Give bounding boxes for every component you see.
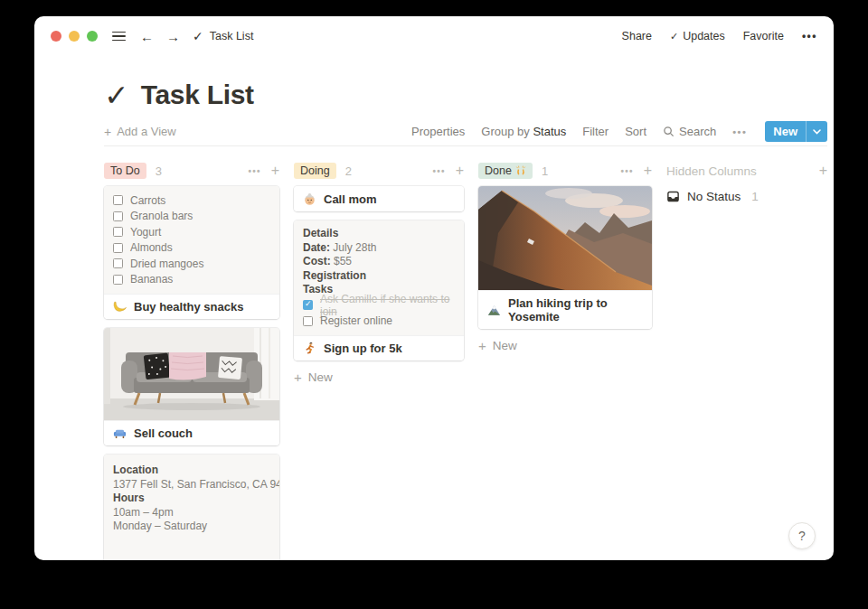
sidebar-menu-icon[interactable] — [112, 32, 126, 42]
column-add-button[interactable]: + — [271, 163, 279, 179]
page-check-icon: ✓ — [104, 78, 129, 113]
status-box-icon — [666, 190, 680, 203]
check-icon: ✓ — [193, 29, 203, 43]
checkbox-unchecked-icon[interactable] — [113, 258, 123, 268]
checkbox-unchecked-icon[interactable] — [113, 275, 123, 285]
close-window-button[interactable] — [51, 31, 61, 42]
view-more-button[interactable]: ••• — [732, 126, 747, 137]
forward-button[interactable]: → — [166, 29, 180, 44]
new-button[interactable]: New — [765, 121, 827, 142]
couch-icon — [113, 426, 127, 440]
card-title[interactable]: Sell couch — [104, 420, 279, 445]
todo-item-done[interactable]: Ask Camille if she wants to join — [303, 297, 455, 314]
breadcrumb[interactable]: ✓ Task List — [193, 29, 253, 43]
status-badge-todo[interactable]: To Do — [104, 163, 146, 179]
share-button[interactable]: Share — [622, 30, 652, 42]
card-preview: Location 1377 Fell St, San Francisco, CA… — [104, 454, 279, 560]
status-badge-doing[interactable]: Doing — [294, 163, 336, 179]
hidden-columns-label: Hidden Columns — [666, 164, 757, 178]
card-title[interactable]: Buy healthy snacks — [104, 294, 279, 319]
zoom-window-button[interactable] — [87, 31, 98, 42]
plus-icon: + — [104, 125, 111, 139]
column-doing: Doing 2 ••• + Call mom — [294, 161, 464, 560]
page-title: ✓ Task List — [104, 76, 827, 114]
column-header-doing: Doing 2 ••• + — [294, 161, 464, 181]
couch-photo — [104, 328, 279, 420]
card-call-mom[interactable]: Call mom — [294, 186, 464, 211]
checkbox-unchecked-icon[interactable] — [113, 227, 123, 237]
more-menu-button[interactable]: ••• — [802, 30, 817, 42]
back-button[interactable]: ← — [140, 29, 154, 44]
banana-icon — [113, 300, 127, 314]
view-controls-bar: + Add a View Properties Group by Status … — [104, 117, 827, 146]
card-renew-license[interactable]: Location 1377 Fell St, San Francisco, CA… — [104, 454, 279, 560]
column-add-button[interactable]: + — [456, 163, 464, 179]
group-by-button[interactable]: Group by Status — [481, 125, 566, 138]
checkbox-unchecked-icon[interactable] — [113, 195, 123, 205]
column-header-todo: To Do 3 ••• + — [104, 161, 279, 181]
no-status-group[interactable]: No Status 1 — [666, 190, 827, 203]
column-add-button[interactable]: + — [644, 163, 652, 179]
traffic-lights — [51, 31, 98, 42]
card-hiking-trip[interactable]: Plan hiking trip to Yosemite — [478, 186, 652, 329]
todo-item[interactable]: Yogurt — [113, 224, 270, 240]
chevron-down-icon — [813, 129, 821, 135]
add-card-button[interactable]: + New — [294, 370, 464, 385]
status-badge-done[interactable]: Done — [478, 163, 533, 179]
column-done: Done 1 ••• + — [478, 161, 652, 560]
column-more-button[interactable]: ••• — [433, 166, 446, 176]
column-header-done: Done 1 ••• + — [478, 161, 652, 181]
card-preview: Carrots Granola bars Yogurt Almonds Drie… — [104, 186, 279, 294]
card-title[interactable]: Call mom — [294, 186, 464, 211]
favorite-button[interactable]: Favorite — [743, 30, 784, 42]
checkbox-unchecked-icon[interactable] — [113, 243, 123, 253]
column-header-hidden: Hidden Columns + — [666, 161, 827, 181]
column-more-button[interactable]: ••• — [249, 166, 261, 176]
search-icon — [663, 126, 675, 137]
updates-button[interactable]: ✓ Updates — [670, 30, 725, 42]
help-button[interactable]: ? — [788, 522, 816, 549]
properties-button[interactable]: Properties — [411, 125, 465, 138]
plus-icon: + — [478, 338, 486, 353]
todo-item[interactable]: Bananas — [113, 272, 270, 288]
checkbox-checked-icon[interactable] — [303, 300, 313, 310]
todo-item[interactable]: Almonds — [113, 240, 270, 257]
todo-item[interactable]: Dried mangoes — [113, 256, 270, 272]
check-icon: ✓ — [670, 31, 678, 42]
group-by-value: Status — [533, 125, 566, 138]
minimize-window-button[interactable] — [69, 31, 80, 42]
todo-item[interactable]: Carrots — [113, 192, 270, 209]
column-todo: To Do 3 ••• + Carrots Granola bars Yogur… — [104, 161, 279, 560]
checkbox-unchecked-icon[interactable] — [303, 316, 313, 326]
grandma-icon — [303, 192, 316, 206]
column-more-button[interactable]: ••• — [621, 166, 634, 176]
add-card-button[interactable]: + New — [478, 338, 652, 353]
page-content: ✓ Task List + Add a View Properties Grou… — [34, 76, 834, 560]
sort-button[interactable]: Sort — [625, 125, 646, 138]
app-window: ← → ✓ Task List Share ✓ Updates Favorite… — [34, 16, 834, 560]
column-count: 1 — [542, 164, 548, 178]
card-buy-healthy-snacks[interactable]: Carrots Granola bars Yogurt Almonds Drie… — [104, 186, 279, 319]
column-count: 2 — [345, 164, 352, 178]
card-sell-couch[interactable]: Sell couch — [104, 328, 279, 445]
todo-item[interactable]: Granola bars — [113, 209, 270, 225]
column-count: 3 — [156, 164, 162, 178]
kanban-board: To Do 3 ••• + Carrots Granola bars Yogur… — [104, 146, 827, 560]
card-preview: Details Date: July 28th Cost: $55 Regist… — [294, 220, 464, 335]
mountain-icon — [487, 304, 501, 317]
card-sign-up-5k[interactable]: Details Date: July 28th Cost: $55 Regist… — [294, 220, 464, 361]
column-add-button[interactable]: + — [819, 163, 827, 179]
runner-icon — [303, 342, 316, 355]
breadcrumb-title: Task List — [210, 30, 254, 42]
filter-button[interactable]: Filter — [582, 125, 609, 138]
raising-hands-icon — [515, 165, 526, 176]
mountain-photo — [478, 186, 652, 290]
card-title[interactable]: Plan hiking trip to Yosemite — [478, 290, 652, 329]
page-title-text[interactable]: Task List — [141, 80, 254, 110]
add-view-button[interactable]: + Add a View — [104, 125, 176, 139]
card-title[interactable]: Sign up for 5k — [294, 335, 464, 361]
column-hidden: Hidden Columns + No Status 1 — [666, 161, 827, 560]
checkbox-unchecked-icon[interactable] — [113, 211, 123, 221]
search-button[interactable]: Search — [663, 125, 716, 138]
new-dropdown-button[interactable] — [806, 121, 827, 142]
